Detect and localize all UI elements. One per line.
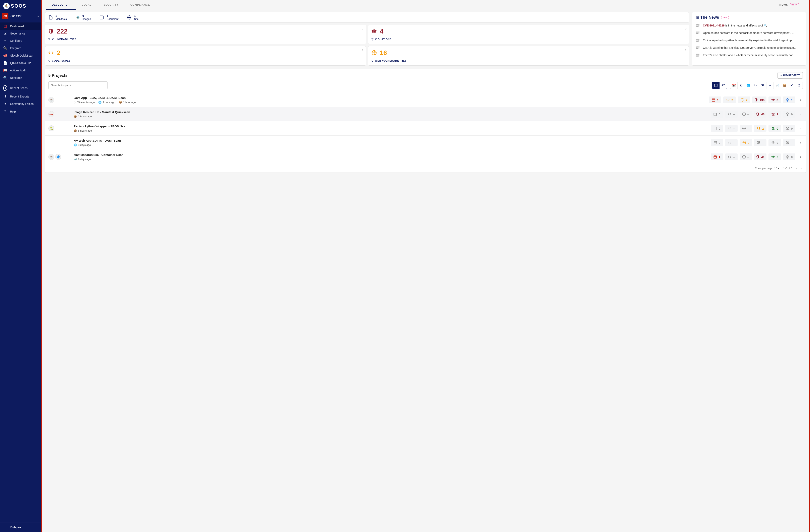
- chevron-right-icon[interactable]: ›: [798, 98, 803, 101]
- user-menu[interactable]: SS Sue Ster ⌄: [2, 13, 39, 19]
- col-bank-icon[interactable]: 🏛: [759, 82, 766, 88]
- card-violations[interactable]: ? 4 ▽VIOLATIONS: [368, 25, 689, 44]
- sidebar-item-actions-audit[interactable]: 📖Actions Audit: [0, 67, 41, 74]
- stat-schedule[interactable]: 0: [711, 139, 723, 146]
- search-input[interactable]: [48, 81, 108, 89]
- project-row[interactable]: npmImage Resizer Lib - Manifest Quicksca…: [45, 107, 806, 121]
- col-shield-icon[interactable]: 🛡: [752, 82, 759, 88]
- stat-violations[interactable]: 0: [768, 139, 781, 146]
- chevron-right-icon[interactable]: ›: [798, 155, 803, 159]
- news-item[interactable]: 📰Critical Apache HugeGraph vulnerability…: [696, 36, 803, 44]
- sidebar-item-recent-scans[interactable]: 0 Recent Scans: [0, 83, 41, 93]
- stat-code-issues[interactable]: --: [725, 139, 738, 146]
- card-code-issues[interactable]: ? 2 ▽CODE ISSUES: [45, 46, 366, 66]
- tab-legal[interactable]: LEGAL: [76, 0, 97, 10]
- sort-by-date-button[interactable]: [712, 82, 719, 88]
- project-row[interactable]: 🐍Redis - Python Wrapper - SBOM Scan📦5 ho…: [45, 121, 806, 135]
- svg-rect-4: [714, 84, 717, 87]
- chevron-right-icon[interactable]: ›: [798, 127, 803, 130]
- stat-sbom[interactable]: --: [783, 139, 795, 146]
- stat-sbom[interactable]: 0: [783, 154, 795, 160]
- col-schedule-icon[interactable]: 📅: [730, 82, 738, 88]
- col-file-icon[interactable]: 📄: [774, 82, 781, 88]
- stat-schedule[interactable]: 1: [709, 96, 721, 103]
- stat-code-issues[interactable]: --: [725, 154, 738, 160]
- news-item[interactable]: 📰Open source software is the bedrock of …: [696, 29, 803, 36]
- help-icon[interactable]: ?: [685, 27, 686, 31]
- sidebar-item-governance[interactable]: 🏛Governance: [0, 30, 41, 37]
- stat-sbom[interactable]: 0: [783, 111, 795, 117]
- stat-web-vuln[interactable]: 7: [738, 96, 750, 103]
- stat-code-issues[interactable]: --: [725, 111, 738, 117]
- stat-schedule[interactable]: 1: [711, 154, 723, 160]
- col-cube-icon[interactable]: 📦: [781, 82, 788, 88]
- rows-per-page-select[interactable]: 10 ▾: [774, 167, 779, 170]
- chevron-right-icon[interactable]: ›: [798, 113, 803, 116]
- stat-violations[interactable]: 0: [768, 125, 781, 132]
- sidebar-item-recent-exports[interactable]: ⬇ Recent Exports: [0, 93, 41, 100]
- news-item[interactable]: 📰There's also chatter about whether medi…: [696, 51, 803, 59]
- sidebar-item-community[interactable]: ✦ Community Edition: [0, 100, 41, 108]
- stat-schedule[interactable]: 0: [711, 125, 723, 132]
- code-issues-icon: [728, 155, 731, 159]
- sidebar-item-quickscan-a-file[interactable]: 📄QuickScan a File: [0, 59, 41, 67]
- stat-code-issues[interactable]: 2: [723, 96, 736, 103]
- document-icon: [99, 15, 104, 20]
- help-icon[interactable]: ?: [362, 27, 363, 31]
- chevron-right-icon[interactable]: ›: [798, 141, 803, 144]
- card-vulnerabilities[interactable]: ? 222 ▽VULNERABILITIES: [45, 25, 366, 44]
- svg-rect-0: [100, 16, 103, 19]
- code-issues-icon: [728, 112, 731, 116]
- help-icon[interactable]: ?: [685, 49, 686, 52]
- tab-news[interactable]: NEWS BETA: [774, 0, 805, 10]
- add-project-button[interactable]: + ADD PROJECT: [778, 72, 803, 79]
- tab-security[interactable]: SECURITY: [97, 0, 124, 10]
- svg-rect-11: [714, 113, 717, 116]
- collapse-button[interactable]: ‹ Collapse: [0, 522, 41, 532]
- stat-violations[interactable]: 0: [768, 154, 781, 160]
- stat-violations[interactable]: 3: [768, 96, 781, 103]
- web-vuln-icon: [741, 98, 744, 102]
- col-empty-icon[interactable]: ⊘: [795, 82, 803, 88]
- schedule-icon: [713, 112, 717, 116]
- next-page-button[interactable]: ›: [801, 167, 802, 170]
- col-code-icon[interactable]: ⟨⟩: [738, 82, 745, 88]
- tab-compliance[interactable]: COMPLIANCE: [124, 0, 156, 10]
- col-web-icon[interactable]: 🌐: [745, 82, 752, 88]
- stat-vulnerabilities[interactable]: 41: [754, 154, 767, 160]
- sidebar-item-help[interactable]: ？ Help: [0, 108, 41, 115]
- sidebar-item-dashboard[interactable]: ◫Dashboard: [0, 22, 41, 30]
- sidebar-item-research[interactable]: 🔍Research: [0, 74, 41, 81]
- stat-vulnerabilities[interactable]: --: [754, 139, 766, 146]
- sort-by-name-button[interactable]: AZ: [719, 82, 727, 88]
- stat-web-vuln[interactable]: --: [740, 125, 752, 132]
- project-row[interactable]: ☕Java App - SCA, SAST & DAST Scan⟨⟩53 mi…: [45, 93, 806, 107]
- stat-schedule[interactable]: 0: [711, 111, 723, 117]
- project-row[interactable]: My Web App & APIs - DAST Scan🌐3 days ago…: [45, 135, 806, 150]
- col-link-icon[interactable]: ✂: [766, 82, 774, 88]
- stat-code-issues[interactable]: --: [725, 125, 738, 132]
- stat-web-vuln[interactable]: 9: [740, 139, 752, 146]
- stat-web-vuln[interactable]: --: [740, 111, 752, 117]
- help-icon[interactable]: ?: [362, 49, 363, 52]
- stat-vulnerabilities[interactable]: 43: [754, 111, 767, 117]
- project-row[interactable]: ☕🔷elasticsearch:x86 - Container Scan🐳9 d…: [45, 150, 806, 164]
- stat-sbom[interactable]: 0: [783, 125, 795, 132]
- sbom-icon: [786, 112, 789, 116]
- stat-violations[interactable]: 1: [768, 111, 781, 117]
- violations-icon: [771, 155, 775, 159]
- news-item[interactable]: 📰CVE-2021-44228 is in the news and affec…: [696, 22, 803, 29]
- stat-vulnerabilities[interactable]: 136: [752, 96, 766, 103]
- sidebar-item-configure[interactable]: ≡Configure: [0, 37, 41, 44]
- logo[interactable]: 🐧 SOOS: [0, 0, 41, 11]
- sidebar-item-integrate[interactable]: 🔌Integrate: [0, 44, 41, 52]
- card-web-vulnerabilities[interactable]: ? 16 ▽WEB VULNERABILITIES: [368, 46, 689, 66]
- sidebar-item-github-quickscan[interactable]: 🐙GitHub QuickScan: [0, 52, 41, 59]
- tab-developer[interactable]: DEVELOPER: [46, 0, 76, 10]
- stat-vulnerabilities[interactable]: 2: [754, 125, 766, 132]
- prev-page-button[interactable]: ‹: [796, 167, 797, 170]
- stat-sbom[interactable]: 1: [783, 96, 795, 103]
- stat-web-vuln[interactable]: --: [740, 154, 752, 160]
- col-check-icon[interactable]: ✔: [788, 82, 795, 88]
- news-item[interactable]: 📰CISA is warning that a critical GeoServ…: [696, 44, 803, 51]
